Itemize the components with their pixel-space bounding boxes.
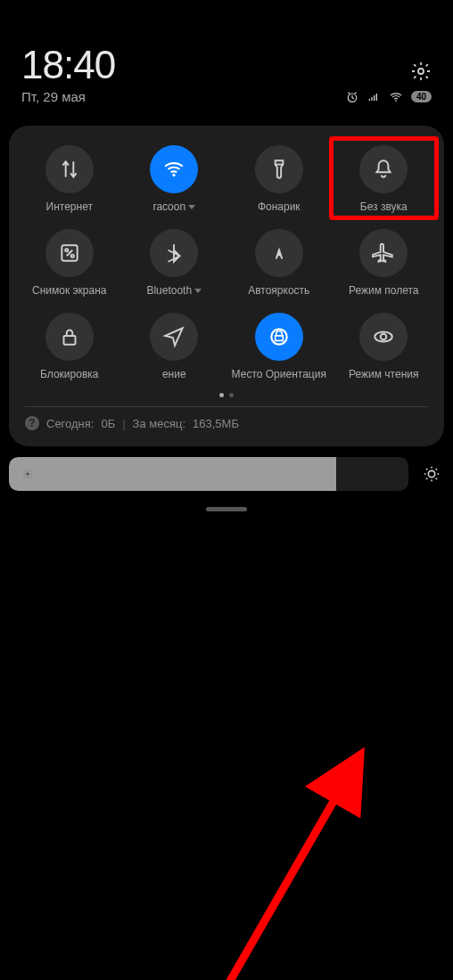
settings-button[interactable] (410, 61, 432, 82)
lock-toggle[interactable] (45, 313, 94, 361)
qs-tile-flashlight: Фонарик (229, 145, 329, 213)
svg-line-13 (116, 761, 357, 980)
svg-point-3 (173, 174, 176, 176)
usage-today-label: Сегодня: (46, 417, 94, 430)
expand-icon (188, 205, 195, 209)
flashlight-label: Фонарик (258, 200, 301, 213)
qs-tile-internet: Интернет (20, 145, 119, 213)
auto-brightness-toggle[interactable] (419, 461, 444, 486)
qs-tile-bluetooth: Bluetooth (125, 229, 225, 297)
silent-toggle[interactable] (359, 145, 408, 193)
divider (25, 406, 428, 407)
data-usage-row[interactable]: ? Сегодня: 0Б | За месяц: 163,5МБ (20, 416, 433, 434)
reading-toggle[interactable] (359, 313, 408, 361)
usage-month-value: 163,5МБ (193, 417, 239, 430)
brightness-slider[interactable] (9, 457, 408, 491)
silent-label: Без звука (360, 200, 408, 213)
annotation-arrow (0, 511, 453, 980)
status-header: 18:40 Пт, 29 мая 40 (0, 0, 453, 111)
battery-badge: 40 (411, 91, 432, 102)
qs-tile-lock: Блокировка (20, 313, 119, 380)
flashlight-toggle[interactable] (255, 145, 303, 193)
screenshot-toggle[interactable] (45, 229, 94, 277)
autobrightness-label: Автояркость (248, 284, 309, 297)
wifi-status-icon (388, 90, 404, 104)
expand-icon (194, 289, 202, 293)
status-icons: 40 (345, 90, 432, 104)
info-icon: ? (25, 416, 39, 430)
usage-month-label: За месяц: (133, 417, 185, 430)
svg-point-1 (395, 100, 397, 102)
brightness-row (9, 457, 444, 491)
screenshot-label: Снимок экрана (32, 284, 107, 297)
separator: | (122, 417, 125, 430)
brightness-low-icon (21, 468, 34, 480)
qs-tile-reading: Режим чтения (334, 313, 434, 380)
usage-today-value: 0Б (101, 417, 115, 430)
svg-point-5 (65, 249, 68, 251)
clock-time: 18:40 (21, 43, 432, 87)
orientation-label: Место Ориентация (232, 368, 326, 380)
bluetooth-toggle[interactable] (150, 229, 198, 277)
signal-icon (367, 90, 381, 104)
reading-label: Режим чтения (349, 368, 418, 380)
svg-point-11 (26, 472, 29, 476)
internet-label: Интернет (46, 200, 93, 213)
svg-point-9 (381, 334, 387, 340)
qs-tile-autobrightness: Автояркость (229, 229, 329, 297)
svg-rect-7 (63, 336, 75, 345)
airplane-toggle[interactable] (359, 229, 408, 277)
quick-settings-panel: ИнтернетracoonФонарикБез звукаСнимок экр… (9, 126, 444, 446)
qs-tile-orientation: Место Ориентация (229, 313, 329, 380)
airplane-label: Режим полета (349, 284, 419, 297)
wifi-toggle[interactable] (150, 145, 198, 193)
alarm-icon (345, 90, 359, 104)
panel-handle[interactable] (206, 507, 247, 511)
qs-tile-silent: Без звука (334, 145, 434, 213)
bluetooth-label: Bluetooth (146, 284, 202, 297)
page-indicator (20, 393, 433, 397)
qs-tile-screenshot: Снимок экрана (20, 229, 119, 297)
svg-point-6 (70, 255, 73, 257)
lock-label: Блокировка (40, 368, 98, 380)
internet-toggle[interactable] (45, 145, 94, 193)
autobrightness-toggle[interactable] (255, 229, 303, 277)
svg-point-2 (418, 69, 424, 74)
qs-tile-airplane: Режим полета (334, 229, 434, 297)
location-label: ение (162, 368, 186, 380)
orientation-toggle[interactable] (255, 313, 303, 361)
date-label: Пт, 29 мая (21, 89, 86, 104)
qs-tile-wifi: racoon (125, 145, 225, 213)
svg-point-12 (428, 470, 434, 477)
location-toggle[interactable] (150, 313, 198, 361)
qs-tile-location: ение (125, 313, 225, 380)
wifi-label: racoon (152, 200, 195, 213)
